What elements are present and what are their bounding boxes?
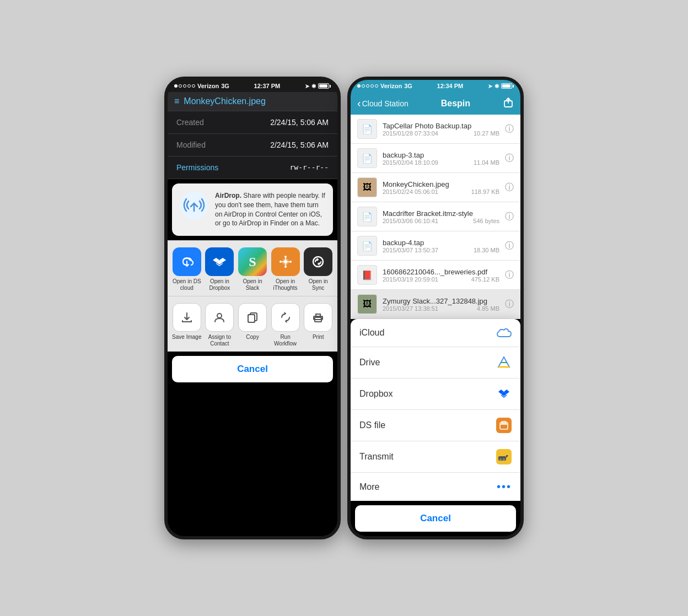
dropbox-app-icon [205,247,234,276]
more-label: More [359,482,379,492]
p2-signal-dot-2 [362,84,365,88]
svg-rect-22 [498,456,506,461]
file-details-5: 1606862210046..._breweries.pdf 2015/03/1… [383,268,499,283]
file-info-btn-4[interactable]: ⓘ [505,240,514,252]
svg-point-12 [217,314,222,318]
file-item-2[interactable]: 🖼 MonkeyChicken.jpeg 2015/02/24 05:06:01… [351,173,520,202]
menu-icon[interactable]: ≡ [174,96,179,106]
file-name-0: TapCellar Photo Backup.tap [383,122,499,130]
phone1: Verizon 3G 12:37 PM ➤ ✱ ≡ MonkeyChicken.… [164,77,341,539]
dropbox-option[interactable]: Dropbox [351,379,520,410]
copy-label: Copy [246,334,259,341]
dsfile-option[interactable]: DS file [351,410,520,441]
file-info-btn-5[interactable]: ⓘ [505,269,514,281]
file-info-btn-0[interactable]: ⓘ [505,123,514,135]
transmit-option[interactable]: Transmit [351,441,520,473]
file-info-btn-3[interactable]: ⓘ [505,211,514,223]
battery-icon [318,83,331,89]
created-value: 2/24/15, 5:06 AM [270,118,329,127]
sync-icon [304,247,332,276]
carrier-label: Verizon [197,83,219,89]
file-date-5: 2015/03/19 20:59:01 [383,276,438,283]
file-thumb-4: 📄 [357,236,377,256]
open-dropbox[interactable]: Open in Dropbox [205,247,235,291]
p2-signal-dot-1 [357,84,361,88]
open-sync[interactable]: Open in Sync [303,247,333,291]
svg-point-24 [503,458,505,461]
signal-dot-2 [179,84,182,88]
file-item-6[interactable]: 🖼 Zymurgy Slack...327_132848.jpg 2015/03… [351,290,520,319]
file-meta-6: 2015/03/27 13:38:51 4.85 MB [383,305,499,312]
file-date-3: 2015/03/06 06:10:41 [383,218,438,224]
back-button[interactable]: Cloud Station [357,97,409,110]
drive-icon [496,355,512,370]
file-size-6: 4.85 MB [477,305,499,312]
svg-point-5 [280,261,282,263]
file-info-btn-2[interactable]: ⓘ [505,182,514,193]
phone1-status-bar: Verizon 3G 12:37 PM ➤ ✱ [168,80,337,92]
file-size-2: 118.97 KB [471,188,499,195]
p2-signal-dot-4 [370,84,374,88]
file-size-4: 18.30 MB [474,247,499,253]
svg-rect-14 [248,315,255,322]
file-name-5: 1606862210046..._breweries.pdf [383,268,499,276]
file-date-4: 2015/03/07 13:50:37 [383,247,438,253]
modified-label: Modified [176,141,206,149]
print-action[interactable]: Print [303,303,333,347]
drive-option[interactable]: Drive [351,347,520,379]
open-ithoughts[interactable]: Open in iThoughts [271,247,300,291]
file-thumb-6: 🖼 [357,294,377,314]
file-meta-0: 2015/01/28 07:33:04 10.27 MB [383,130,499,137]
cancel-button-phone1[interactable]: Cancel [172,356,333,382]
modified-value: 2/24/15, 5:06 AM [270,141,329,149]
file-date-2: 2015/02/24 05:06:01 [383,188,438,195]
bluetooth-icon: ✱ [311,83,316,89]
file-details-0: TapCellar Photo Backup.tap 2015/01/28 07… [383,122,499,137]
file-info-btn-6[interactable]: ⓘ [505,299,514,310]
file-item-4[interactable]: 📄 backup-4.tap 2015/03/07 13:50:37 18.30… [351,231,520,261]
file-item-3[interactable]: 📄 Macdrifter Bracket.itmz-style 2015/03/… [351,202,520,231]
assign-contact-action[interactable]: Assign to Contact [205,303,235,347]
assign-contact-icon [205,303,234,332]
file-details-6: Zymurgy Slack...327_132848.jpg 2015/03/2… [383,297,499,312]
icloud-option[interactable]: iCloud [351,319,520,347]
dropbox-label: Dropbox [359,389,393,399]
file-name-3: Macdrifter Bracket.itmz-style [383,209,499,218]
file-name-4: backup-4.tap [383,239,499,247]
run-workflow-action[interactable]: Run Workflow [271,303,300,347]
open-ds-cloud[interactable]: Open in DS cloud [172,247,202,291]
dropbox-icon [496,386,512,402]
file-item-0[interactable]: 📄 TapCellar Photo Backup.tap 2015/01/28 … [351,115,520,144]
airdrop-section: AirDrop. Share with people nearby. If yo… [172,183,333,236]
file-info-btn-1[interactable]: ⓘ [505,153,514,164]
cancel-button-phone2[interactable]: Cancel [355,505,516,532]
file-list: 📄 TapCellar Photo Backup.tap 2015/01/28 … [351,115,520,319]
open-slack[interactable]: S Open in Slack [238,247,267,291]
file-item-5[interactable]: 📕 1606862210046..._breweries.pdf 2015/03… [351,261,520,290]
p2-battery-icon [501,83,514,89]
file-date-0: 2015/01/28 07:33:04 [383,130,438,137]
phone1-carrier: Verizon 3G [174,83,229,89]
file-details-1: backup-3.tap 2015/02/04 18:10:09 11.04 M… [383,151,499,166]
file-item-1[interactable]: 📄 backup-3.tap 2015/02/04 18:10:09 11.04… [351,144,520,173]
ithoughts-icon [271,247,300,276]
svg-point-4 [284,266,287,268]
print-label: Print [313,334,324,341]
file-date-6: 2015/03/27 13:38:51 [383,305,438,312]
file-details-2: MonkeyChicken.jpeg 2015/02/24 05:06:01 1… [383,180,499,195]
time-label: 12:37 PM [254,83,281,89]
p2-location-icon: ➤ [488,83,492,89]
permissions-row: Permissions rw-r--r-- [168,156,337,179]
more-option[interactable]: More ••• [351,473,520,501]
save-image-icon [173,303,201,332]
file-meta-5: 2015/03/19 20:59:01 475.12 KB [383,276,499,283]
drive-label: Drive [359,358,380,368]
slack-icon: S [238,247,267,276]
share-button[interactable] [503,96,514,110]
p2-status-right: ➤ ✱ [488,83,514,89]
file-thumb-2: 🖼 [357,177,377,197]
copy-action[interactable]: Copy [238,303,267,347]
app-icons-row: Open in DS cloud Open in Dropbox S O [168,240,337,296]
run-workflow-icon [271,303,300,332]
save-image-action[interactable]: Save Image [172,303,202,347]
